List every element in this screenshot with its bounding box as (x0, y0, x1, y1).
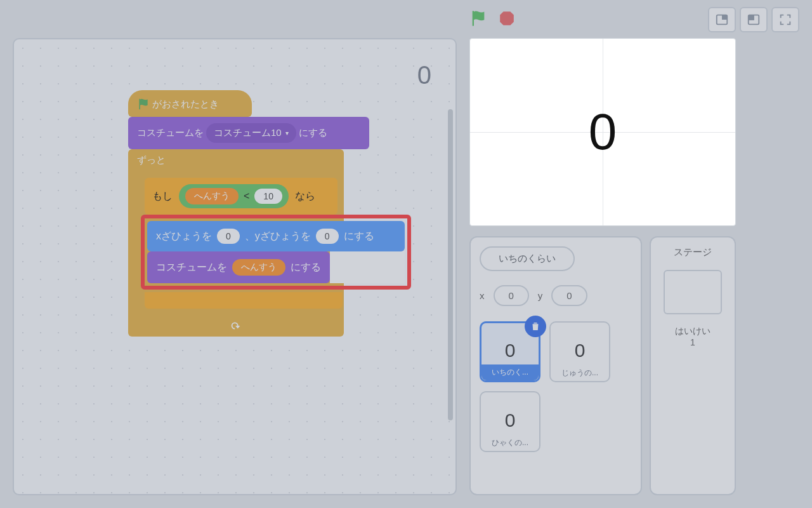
block-when-flag-clicked[interactable]: がおされたとき (128, 90, 252, 117)
loop-arrow-icon (229, 321, 243, 331)
stage-selector-panel: ステージ はいけい 1 (650, 236, 736, 495)
green-flag-icon[interactable] (469, 10, 487, 30)
y-label: y (538, 290, 543, 301)
fullscreen-button[interactable] (771, 7, 799, 32)
block-label: にする (291, 261, 321, 274)
sprite-thumb-juu[interactable]: 0 じゅうの... (549, 321, 610, 382)
op-symbol: < (244, 190, 249, 202)
sprite-thumb-glyph: 0 (505, 410, 516, 431)
highlight-frame: xざひょうを 0 、yざひょうを 0 にする コスチュームを へんすう にする (141, 215, 411, 290)
layout-small-stage-button[interactable] (708, 7, 736, 32)
x-value-field[interactable]: 0 (494, 285, 529, 306)
dropdown-value: コスチューム10 (214, 127, 282, 139)
block-label: もし (152, 190, 173, 203)
block-label: コスチュームを (137, 127, 204, 139)
x-label: x (480, 290, 485, 301)
block-switch-costume-to-var[interactable]: コスチュームを へんすう にする (147, 251, 330, 283)
svg-marker-0 (500, 11, 514, 25)
sprite-thumb-hyaku[interactable]: 0 ひゃくの... (480, 391, 540, 452)
y-input[interactable]: 0 (316, 229, 339, 244)
layout-large-stage-button[interactable] (740, 7, 768, 32)
costume-dropdown[interactable]: コスチューム10 ▾ (206, 123, 296, 143)
block-label: にする (344, 230, 374, 243)
block-label: にする (299, 127, 327, 139)
delete-sprite-button[interactable] (525, 316, 546, 337)
block-label: 、yざひょうを (245, 230, 311, 243)
svg-rect-2 (722, 15, 727, 20)
sprite-costume-indicator: 0 (417, 61, 431, 90)
block-switch-costume-to[interactable]: コスチュームを コスチューム10 ▾ にする (128, 117, 369, 149)
script-workspace[interactable]: 0 がおされたとき コスチュームを コスチューム10 ▾ にする ずっと もし (13, 38, 457, 495)
backdrop-count: 1 (657, 337, 728, 347)
block-label: ずっと (137, 154, 166, 166)
stage-title: ステージ (657, 246, 728, 258)
sprite-name-field[interactable]: いちのくらい (480, 246, 575, 271)
block-label: コスチュームを (156, 261, 227, 274)
backdrop-caption: はいけい (657, 326, 728, 337)
block-go-to-xy[interactable]: xざひょうを 0 、yざひょうを 0 にする (147, 221, 405, 251)
workspace-scrollbar[interactable] (448, 109, 453, 420)
sprite-thumb-label: ひゃくの... (481, 435, 539, 451)
block-if-cap[interactable] (145, 292, 343, 309)
number-input[interactable]: 10 (254, 189, 282, 204)
block-label: なら (295, 190, 315, 203)
stage-preview[interactable]: 0 (469, 38, 736, 226)
block-label: がおされたとき (152, 98, 219, 110)
variable-reporter[interactable]: へんすう (185, 188, 239, 204)
variable-reporter[interactable]: へんすう (232, 259, 285, 276)
sprite-thumb-glyph: 0 (505, 340, 516, 361)
operator-less-than[interactable]: へんすう < 10 (179, 184, 289, 208)
block-if-then[interactable]: もし へんすう < 10 なら (145, 178, 337, 215)
block-forever-cap[interactable] (128, 315, 344, 337)
sprite-thumb-label: いちのく... (481, 364, 539, 380)
chevron-down-icon: ▾ (285, 130, 289, 137)
stop-icon[interactable] (499, 10, 515, 29)
sprite-thumb-glyph: 0 (575, 340, 586, 361)
sprite-info-panel: いちのくらい x 0 y 0 0 いちのく... 0 じゅうの... 0 ひゃく… (469, 236, 642, 495)
sprite-thumb-label: じゅうの... (551, 365, 609, 381)
stage-sprite-glyph: 0 (589, 103, 617, 161)
svg-rect-4 (749, 15, 754, 20)
x-input[interactable]: 0 (217, 229, 240, 244)
block-forever[interactable]: ずっと (128, 149, 344, 171)
stage-backdrop-thumb[interactable] (664, 270, 722, 314)
y-value-field[interactable]: 0 (551, 285, 587, 306)
block-label: xざひょうを (156, 230, 212, 243)
sprite-thumb-ichi[interactable]: 0 いちのく... (480, 321, 540, 382)
